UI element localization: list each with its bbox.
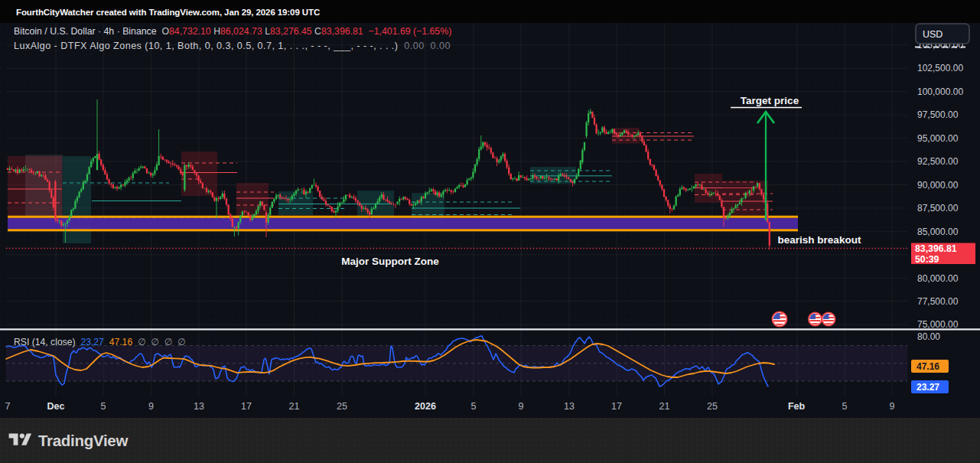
svg-text:77,500.00: 77,500.00 [917,296,959,307]
svg-text:13: 13 [194,401,204,412]
svg-text:75,000.00: 75,000.00 [917,319,959,330]
svg-text:17: 17 [611,401,622,412]
svg-text:2026: 2026 [415,401,436,412]
svg-text:50:39: 50:39 [915,254,939,265]
svg-text:87,500.00: 87,500.00 [917,203,959,214]
svg-text:102,500.00: 102,500.00 [917,63,963,73]
svg-text:90,000.00: 90,000.00 [917,180,959,191]
svg-text:FourthCityWatcher created with: FourthCityWatcher created with TradingVi… [16,8,320,17]
svg-text:9: 9 [519,401,524,412]
svg-text:25: 25 [707,401,718,412]
svg-text:83,396.81: 83,396.81 [915,243,957,254]
svg-text:7: 7 [5,401,11,412]
svg-text:21: 21 [289,401,300,412]
svg-text:bearish breakout: bearish breakout [778,234,861,246]
svg-text:RSI (14, close) 23.27 47.16: RSI (14, close) 23.27 47.16 ∅ ∅ ∅ ∅ [14,337,186,347]
svg-text:TradingView: TradingView [38,432,128,449]
svg-text:21: 21 [659,401,670,412]
svg-text:Bitcoin / U.S. Dollar · 4h · B: Bitcoin / U.S. Dollar · 4h · Binance O84… [14,26,451,37]
svg-text:85,000.00: 85,000.00 [917,227,959,237]
svg-text:LuxAlgo - DTFX Algo Zones (10,: LuxAlgo - DTFX Algo Zones (10, 1, Both, … [14,41,451,51]
svg-text:Major Support Zone: Major Support Zone [341,256,439,267]
svg-text:9: 9 [148,401,154,412]
svg-text:Dec: Dec [47,401,65,412]
svg-text:Feb: Feb [788,401,806,412]
svg-text:97,500.00: 97,500.00 [917,109,959,120]
svg-text:95,000.00: 95,000.00 [917,133,959,144]
svg-text:17: 17 [241,401,252,412]
svg-text:Target price: Target price [741,95,799,106]
svg-text:9: 9 [890,401,895,412]
svg-text:47.16: 47.16 [917,361,939,372]
svg-text:100,000.00: 100,000.00 [917,86,963,97]
svg-text:5: 5 [471,401,477,412]
svg-text:5: 5 [101,401,106,412]
svg-text:25: 25 [337,401,347,412]
svg-text:USD: USD [923,29,943,40]
svg-text:92,500.00: 92,500.00 [917,156,959,167]
svg-text:5: 5 [842,401,848,412]
svg-text:13: 13 [564,401,575,412]
svg-text:23.27: 23.27 [917,382,939,393]
svg-text:80.00: 80.00 [917,331,940,342]
svg-text:80,000.00: 80,000.00 [917,273,959,284]
